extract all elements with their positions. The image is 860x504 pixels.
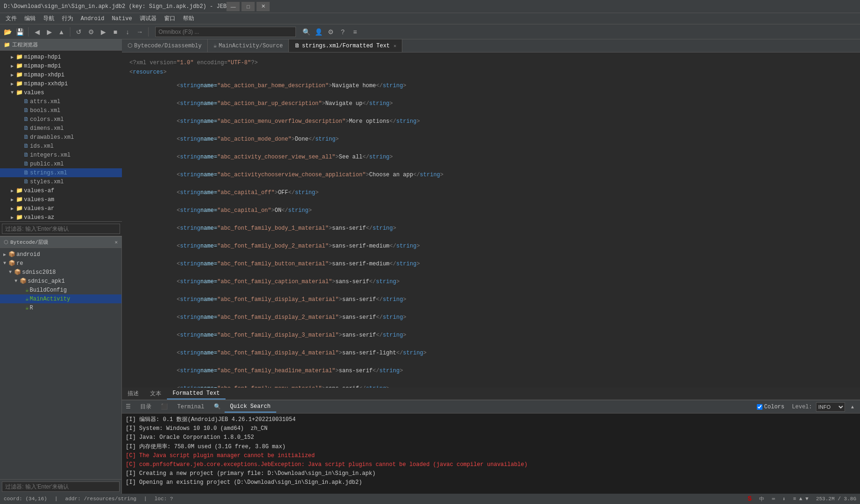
sub-tab-formatted[interactable]: Formatted Text: [167, 388, 226, 399]
close-button[interactable]: ✕: [256, 2, 270, 11]
arrow-mipmap-xhdpi: ▶: [9, 72, 15, 78]
right-panel: ⬡ Bytecode/Disassembly ☕ MainActivity/So…: [122, 39, 860, 494]
tree-item-dimens[interactable]: ▶ 🗎 dimens.xml: [0, 124, 122, 133]
bytecode-item-sdnisc2018[interactable]: ▼ 📦 sdnisc2018: [0, 268, 121, 277]
maximize-button[interactable]: □: [241, 2, 255, 11]
colors-checkbox[interactable]: [757, 404, 762, 410]
toolbar-sep-2: [70, 27, 70, 37]
toolbar-right-icons: 🔍 👤 ⚙ ? ≡: [301, 26, 361, 38]
menu-native[interactable]: Native: [108, 15, 136, 23]
bytecode-filter-area: [0, 479, 121, 494]
tree-item-colors[interactable]: ▶ 🗎 colors.xml: [0, 115, 122, 124]
code-editor[interactable]: <?xml version="1.0" encoding="UTF-8"?> <…: [122, 53, 860, 388]
sub-tab-text[interactable]: 文本: [144, 388, 167, 399]
menu-android[interactable]: Android: [77, 15, 108, 23]
omnibox-input[interactable]: [155, 27, 296, 37]
colors-label: Colors: [764, 404, 785, 410]
status-bar: coord: (34,16) | addr: /resources/string…: [0, 494, 860, 504]
toolbar-stop[interactable]: ■: [110, 26, 121, 38]
menu-action[interactable]: 行为: [58, 14, 77, 23]
toolbar-icon5[interactable]: ≡: [349, 26, 361, 38]
bytecode-filter-input[interactable]: [2, 481, 120, 492]
bytecode-item-buildconfig[interactable]: ▶ ☕ BuildConfig: [0, 286, 121, 294]
tab-bytecode-disassembly[interactable]: ⬡ Bytecode/Disassembly: [122, 39, 208, 52]
tree-item-bools[interactable]: ▶ 🗎 bools.xml: [0, 106, 122, 115]
menu-debugger[interactable]: 调试器: [136, 14, 160, 23]
code-line-18: <string name="abc_font_family_display_4_…: [122, 344, 860, 362]
status-zh: 中: [759, 496, 764, 503]
tree-item-mipmap-xxhdpi[interactable]: ▶ 📁 mipmap-xxhdpi: [0, 79, 122, 88]
toolbar-decompile[interactable]: ⚙: [85, 26, 97, 38]
tree-item-strings[interactable]: ▶ 🗎 strings.xml: [0, 168, 122, 177]
toolbar-icon4[interactable]: ?: [337, 26, 348, 38]
bytecode-item-re[interactable]: ▼ 📦 re: [0, 259, 121, 268]
bytecode-tree[interactable]: ▶ 📦 android ▼ 📦 re ▼ 📦 sdnisc2018 ▼ 📦: [0, 248, 121, 479]
title-text: D:\Download\sign_in\Sign_in.apk.jdb2 (ke…: [4, 3, 226, 10]
menu-help[interactable]: 帮助: [179, 14, 198, 23]
minimize-button[interactable]: —: [226, 2, 240, 11]
tree-item-values-am[interactable]: ▶ 📁 values-am: [0, 195, 122, 204]
menu-window[interactable]: 窗口: [160, 14, 179, 23]
tree-item-values-az[interactable]: ▶ 📁 values-az: [0, 213, 122, 221]
toolbar-sep-1: [28, 27, 29, 37]
tree-item-drawables[interactable]: ▶ 🗎 drawables.xml: [0, 133, 122, 142]
toolbar-save[interactable]: 💾: [14, 26, 25, 38]
toolbar-icon2[interactable]: 👤: [313, 26, 324, 38]
terminal-icon: ⬛: [161, 403, 168, 410]
tree-item-values[interactable]: ▼ 📁 values: [0, 88, 122, 97]
tree-item-attrs[interactable]: ▶ 🗎 attrs.xml: [0, 97, 122, 106]
menu-edit[interactable]: 编辑: [21, 14, 39, 23]
status-memory: 253.2M / 3.8G: [816, 496, 856, 502]
toolbar-up[interactable]: ▲: [56, 26, 67, 38]
tree-item-public[interactable]: ▶ 🗎 public.xml: [0, 159, 122, 168]
bytecode-close-icon[interactable]: ✕: [114, 239, 118, 245]
toolbar-step-over[interactable]: →: [134, 26, 145, 38]
tree-item-mipmap-xhdpi[interactable]: ▶ 📁 mipmap-xhdpi: [0, 70, 122, 79]
project-filter-input[interactable]: [2, 224, 120, 234]
bottom-tab-quicksearch[interactable]: Quick Search: [225, 401, 276, 413]
menu-file[interactable]: 文件: [2, 14, 21, 23]
tab-mainactivity-source[interactable]: ☕ MainActivity/Source: [208, 39, 289, 52]
file-tree[interactable]: ▶ 📁 mipmap-hdpi ▶ 📁 mipmap-mdpi ▶ 📁 mipm…: [0, 51, 122, 221]
file-styles-icon: 🗎: [23, 178, 29, 185]
bottom-tab-terminal[interactable]: Terminal: [172, 402, 210, 412]
status-right: S 中 ⌨ ⬇ ≡ ▲ ▼ 253.2M / 3.8G: [748, 495, 857, 503]
code-line-3: <string name="abc_action_bar_home_descri…: [122, 77, 860, 95]
toolbar-step[interactable]: ↓: [122, 26, 133, 38]
bytecode-item-android[interactable]: ▶ 📦 android: [0, 250, 121, 259]
bytecode-item-r[interactable]: ▶ ☕ R: [0, 303, 121, 312]
project-explorer: 📁 工程浏览器 ▶ 📁 mipmap-hdpi ▶ 📁 mipmap-mdpi …: [0, 39, 122, 236]
tabs-bar: ⬡ Bytecode/Disassembly ☕ MainActivity/So…: [122, 39, 860, 53]
sub-tab-description[interactable]: 描述: [122, 388, 144, 399]
menu-nav[interactable]: 导航: [39, 14, 58, 23]
tree-item-mipmap-hdpi[interactable]: ▶ 📁 mipmap-hdpi: [0, 53, 122, 61]
tab-strings-formatted[interactable]: 🗎 strings.xml/Formatted Text ✕: [289, 39, 402, 52]
tree-item-mipmap-mdpi[interactable]: ▶ 📁 mipmap-mdpi: [0, 61, 122, 70]
tree-item-styles[interactable]: ▶ 🗎 styles.xml: [0, 177, 122, 186]
folder-re-icon: 📦: [8, 260, 15, 267]
tree-item-ids[interactable]: ▶ 🗎 ids.xml: [0, 142, 122, 150]
tree-item-values-af[interactable]: ▶ 📁 values-af: [0, 186, 122, 195]
bytecode-item-mainactivity[interactable]: ▶ ☕ MainActivity: [0, 294, 121, 303]
toolbar-icon3[interactable]: ⚙: [325, 26, 336, 38]
folder-mipmap-hdpi-icon: 📁: [16, 53, 23, 60]
toolbar-back[interactable]: ◀: [31, 26, 43, 38]
bottom-tab-list[interactable]: 目录: [135, 401, 157, 413]
toolbar-forward[interactable]: ▶: [44, 26, 55, 38]
toolbar-run[interactable]: ▶: [98, 26, 109, 38]
toolbar-refresh[interactable]: ↺: [73, 26, 84, 38]
toolbar-open[interactable]: 📂: [2, 26, 13, 38]
code-line-11: <string name="abc_font_family_body_1_mat…: [122, 219, 860, 237]
console-scroll-up[interactable]: ▲: [849, 401, 856, 413]
status-input-icon: ⌨: [772, 496, 775, 502]
folder-sdnisc-apk1-icon: 📦: [20, 278, 27, 285]
bytecode-item-sdnisc-apk1[interactable]: ▼ 📦 sdnisc_apk1: [0, 277, 121, 286]
console-output[interactable]: [I] 编辑器: 0.1 数据(Android)JEB 4.26.1+20221…: [122, 414, 860, 494]
tab-strings-close-icon[interactable]: ✕: [393, 43, 396, 49]
tree-item-integers[interactable]: ▶ 🗎 integers.xml: [0, 150, 122, 159]
file-dimens-icon: 🗎: [23, 125, 29, 132]
toolbar-icon1[interactable]: 🔍: [301, 26, 312, 38]
log-level-select[interactable]: INFO DEBUG WARN ERROR: [816, 402, 845, 412]
tree-item-values-ar[interactable]: ▶ 📁 values-ar: [0, 204, 122, 213]
tab-bytecode-disassembly-icon: ⬡: [128, 42, 132, 49]
